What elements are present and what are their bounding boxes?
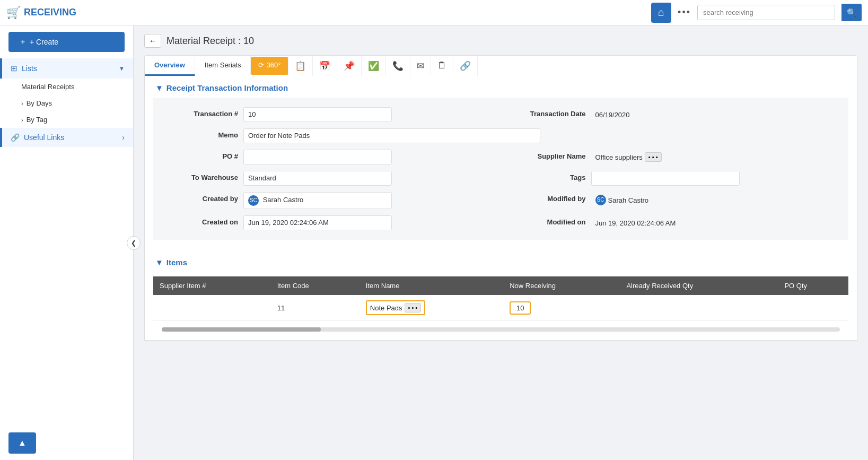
supplier-name-text: Office suppliers: [595, 153, 643, 161]
content-card: ▼ Receipt Transaction Information Transa…: [144, 76, 857, 341]
po-num-value[interactable]: [243, 150, 392, 164]
collapse-icon: ❮: [131, 239, 136, 247]
item-name-field[interactable]: Note Pads • • •: [366, 300, 425, 315]
items-section: Supplier Item # Item Code Item Name Now …: [145, 276, 857, 332]
form-row-po-supplier: PO # Supplier Name Office suppliers • • …: [153, 146, 848, 168]
sidebar-item-by-tag[interactable]: › By Tag: [0, 111, 133, 128]
col-now-receiving: Now Receiving: [503, 276, 620, 295]
home-icon: ⌂: [658, 6, 664, 19]
supplier-name-label: Supplier Name: [512, 150, 586, 160]
dots-icon: •••: [678, 7, 691, 18]
cell-item-name[interactable]: Note Pads • • •: [360, 295, 503, 321]
items-table-body: 11 Note Pads • • • 10: [153, 295, 848, 321]
tags-label: Tags: [512, 171, 586, 181]
brand-icon: 🛒: [6, 6, 21, 20]
sidebar-item-by-days[interactable]: › By Days: [0, 95, 133, 111]
form-row-transaction-num: Transaction # 10: [153, 104, 501, 125]
transaction-num-value[interactable]: 10: [243, 107, 392, 122]
sidebar-item-material-receipts[interactable]: Material Receipts: [0, 79, 133, 95]
tab-check-icon[interactable]: ✅: [362, 56, 386, 76]
items-table: Supplier Item # Item Code Item Name Now …: [153, 276, 848, 321]
form-row-transaction-date: Transaction Date 06/19/2020: [501, 104, 849, 125]
form-col-left-po: PO #: [153, 146, 501, 168]
link-icon: 🔗: [11, 133, 20, 142]
back-button[interactable]: ←: [144, 34, 161, 48]
form-row-supplier-name: Supplier Name Office suppliers • • •: [501, 146, 849, 168]
tab-phone-icon[interactable]: 📞: [386, 56, 410, 76]
memo-value[interactable]: Order for Note Pads: [243, 128, 540, 143]
form-col-left-created-on: Created on Jun 19, 2020 02:24:06 AM: [153, 212, 501, 233]
tab-email-icon[interactable]: ✉: [410, 56, 431, 76]
tags-value[interactable]: [591, 171, 740, 186]
layout: ＋ + Create ⊞ Lists ▼ Material Receipts ›…: [0, 25, 868, 460]
create-label: + Create: [30, 38, 58, 46]
form-row-created-on: Created on Jun 19, 2020 02:24:06 AM: [153, 212, 501, 233]
create-button[interactable]: ＋ + Create: [8, 32, 125, 52]
supplier-more-button[interactable]: • • •: [645, 152, 662, 162]
form-col-right-transaction: Transaction Date 06/19/2020: [501, 104, 849, 125]
more-options-button[interactable]: •••: [678, 7, 691, 18]
to-warehouse-value[interactable]: Standard: [243, 171, 392, 186]
transaction-date-label: Transaction Date: [512, 107, 586, 118]
sidebar-collapse-button[interactable]: ❮: [127, 236, 141, 250]
tab-reports-icon[interactable]: 📋: [288, 56, 313, 76]
form-row-created-modified: Created by SC Sarah Castro Modified by S…: [153, 189, 848, 212]
receipt-section-title: Receipt Transaction Information: [166, 83, 288, 92]
tab-360[interactable]: ⟳ 360°: [251, 57, 288, 75]
transaction-num-label: Transaction #: [164, 107, 238, 118]
receipt-section-header: ▼ Receipt Transaction Information: [145, 76, 857, 98]
tab-item-serials[interactable]: Item Serials: [195, 56, 251, 76]
cell-item-code: 11: [271, 295, 360, 321]
tab-overview[interactable]: Overview: [145, 56, 195, 76]
modified-by-label: Modified by: [512, 192, 586, 203]
form-col-right-supplier: Supplier Name Office suppliers • • •: [501, 146, 849, 168]
collapse-section-icon[interactable]: ▼: [155, 83, 163, 92]
sidebar-item-useful-links[interactable]: 🔗 Useful Links ›: [0, 128, 133, 147]
created-by-value: SC Sarah Castro: [243, 192, 392, 209]
page-title: Material Receipt : 10: [166, 36, 254, 47]
sidebar-item-lists[interactable]: ⊞ Lists ▼: [0, 58, 133, 79]
col-item-code: Item Code: [271, 276, 360, 295]
chevron-right-icon: ›: [122, 133, 125, 142]
item-name-text: Note Pads: [370, 304, 402, 312]
form-row-memo: Memo Order for Note Pads: [153, 125, 848, 146]
form-row-modified-on: Modified on Jun 19, 2020 02:24:06 AM: [501, 212, 849, 233]
now-receiving-field[interactable]: 10: [510, 301, 531, 315]
tabs-bar: Overview Item Serials ⟳ 360° 📋 📅 📌 ✅ 📞 ✉…: [144, 55, 857, 76]
up-icon: ▲: [18, 438, 27, 447]
search-button[interactable]: 🔍: [841, 4, 862, 21]
item-name-more-button[interactable]: • • •: [405, 303, 422, 313]
to-warehouse-label: To Warehouse: [164, 171, 238, 181]
table-row: 11 Note Pads • • • 10: [153, 295, 848, 321]
tab-link-icon[interactable]: 🔗: [453, 56, 478, 76]
form-col-right-modified-on: Modified on Jun 19, 2020 02:24:06 AM: [501, 212, 849, 233]
col-item-name: Item Name: [360, 276, 503, 295]
created-by-label: Created by: [164, 192, 238, 203]
tab-calendar-icon[interactable]: 📅: [313, 56, 337, 76]
col-supplier-item: Supplier Item #: [153, 276, 271, 295]
created-on-value: Jun 19, 2020 02:24:06 AM: [243, 215, 392, 230]
search-input[interactable]: [697, 5, 835, 20]
scrollbar-thumb[interactable]: [162, 327, 321, 332]
tab-notes-icon[interactable]: 🗒: [431, 56, 453, 75]
tab-pin-icon[interactable]: 📌: [337, 56, 362, 76]
form-row-created-by: Created by SC Sarah Castro: [153, 189, 501, 212]
items-section-title: Items: [166, 258, 187, 267]
created-by-avatar: SC: [248, 195, 259, 206]
brand-name: RECEIVING: [24, 7, 76, 18]
lists-label: Lists: [22, 64, 37, 73]
by-days-label: By Days: [27, 99, 52, 107]
horizontal-scrollbar[interactable]: [162, 327, 840, 332]
items-table-header: Supplier Item # Item Code Item Name Now …: [153, 276, 848, 295]
sidebar-bottom: ▲: [0, 426, 133, 460]
form-row-po-num: PO #: [153, 146, 501, 168]
collapse-items-icon[interactable]: ▼: [155, 258, 163, 267]
form-col-left-transaction: Transaction # 10: [153, 104, 501, 125]
cell-now-receiving[interactable]: 10: [503, 295, 620, 321]
chevron-down-icon: ▼: [119, 65, 125, 72]
modified-by-text: Sarah Castro: [608, 196, 649, 204]
home-button[interactable]: ⌂: [651, 3, 671, 23]
created-by-text: Sarah Castro: [263, 196, 304, 204]
scroll-up-button[interactable]: ▲: [8, 432, 36, 454]
form-col-right-modified: Modified by SC Sarah Castro: [501, 189, 849, 212]
